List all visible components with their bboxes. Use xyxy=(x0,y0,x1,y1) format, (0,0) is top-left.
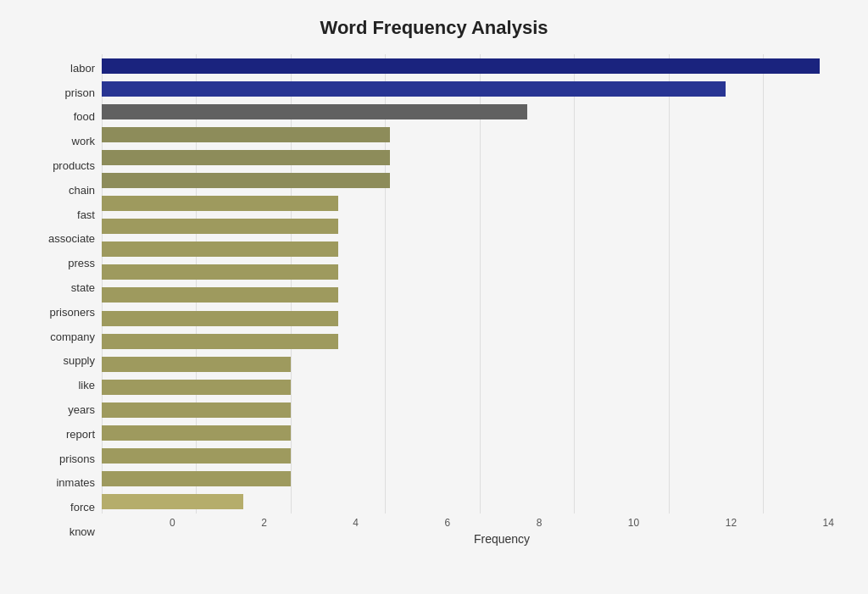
x-tick: 2 xyxy=(261,517,267,529)
bar-row xyxy=(102,491,834,514)
bar-prisoners xyxy=(102,287,338,303)
bars-area xyxy=(102,54,834,514)
bar-press xyxy=(102,241,338,257)
y-label-company: company xyxy=(50,326,95,347)
bar-prisons xyxy=(102,425,291,441)
chart-title: Word Frequency Analysis xyxy=(34,17,834,39)
chart-area: laborprisonfoodworkproductschainfastasso… xyxy=(34,54,834,546)
y-label-know: know xyxy=(70,521,95,542)
y-label-associate: associate xyxy=(48,228,95,249)
grid-line xyxy=(196,54,197,514)
x-tick: 10 xyxy=(628,517,639,529)
bar-row xyxy=(102,261,834,284)
bar-associate xyxy=(102,219,338,234)
x-axis-area: 02468101214 Frequency xyxy=(170,514,834,546)
bar-row xyxy=(102,307,834,330)
x-ticks: 02468101214 xyxy=(170,514,834,529)
bar-row xyxy=(102,192,834,215)
chart-container: Word Frequency Analysis laborprisonfoodw… xyxy=(0,0,868,594)
x-tick: 4 xyxy=(353,517,359,529)
y-label-like: like xyxy=(78,375,95,396)
x-tick: 14 xyxy=(823,517,834,529)
bar-know xyxy=(102,494,243,509)
x-tick: 12 xyxy=(726,517,737,529)
y-label-chain: chain xyxy=(69,180,95,201)
bar-chain xyxy=(102,173,390,188)
bar-row xyxy=(102,445,834,468)
bar-force xyxy=(102,471,291,486)
y-label-press: press xyxy=(68,253,95,274)
y-label-prison: prison xyxy=(65,82,95,103)
x-tick: 6 xyxy=(445,517,451,529)
bar-products xyxy=(102,150,390,165)
y-label-prisoners: prisoners xyxy=(50,302,95,323)
grid-line xyxy=(763,54,764,514)
y-label-report: report xyxy=(66,424,95,445)
bar-row xyxy=(102,375,834,398)
x-tick: 0 xyxy=(170,517,175,529)
bar-row xyxy=(102,284,834,307)
y-label-inmates: inmates xyxy=(56,472,95,493)
bar-labor xyxy=(102,58,820,74)
bar-years xyxy=(102,380,291,395)
bar-row xyxy=(102,54,834,77)
bar-like xyxy=(102,357,291,372)
bar-state xyxy=(102,264,338,280)
grid-line xyxy=(669,54,670,514)
bar-row xyxy=(102,422,834,445)
bar-row xyxy=(102,169,834,192)
bar-fast xyxy=(102,196,338,211)
y-label-supply: supply xyxy=(63,350,95,371)
bar-row xyxy=(102,398,834,421)
y-label-years: years xyxy=(68,399,95,420)
y-label-prisons: prisons xyxy=(59,448,95,469)
bar-row xyxy=(102,123,834,146)
grid-line xyxy=(574,54,575,514)
bar-row xyxy=(102,100,834,123)
y-axis: laborprisonfoodworkproductschainfastasso… xyxy=(34,54,102,546)
bar-row xyxy=(102,353,834,375)
bar-prison xyxy=(102,81,726,97)
bar-row xyxy=(102,77,834,100)
bar-row xyxy=(102,238,834,261)
bar-row xyxy=(102,468,834,491)
y-label-force: force xyxy=(70,497,95,518)
bar-inmates xyxy=(102,448,291,464)
grid-line xyxy=(480,54,481,514)
y-label-food: food xyxy=(74,106,95,127)
x-axis-label: Frequency xyxy=(170,532,834,546)
grid-line xyxy=(102,54,103,514)
y-label-work: work xyxy=(72,130,95,152)
bar-row xyxy=(102,146,834,169)
x-tick: 8 xyxy=(537,517,542,529)
bar-report xyxy=(102,402,291,418)
bar-row xyxy=(102,330,834,353)
bar-supply xyxy=(102,334,338,349)
bar-work xyxy=(102,127,390,142)
y-label-state: state xyxy=(71,277,95,298)
bar-food xyxy=(102,104,527,119)
bar-row xyxy=(102,215,834,238)
bar-company xyxy=(102,311,338,326)
y-label-labor: labor xyxy=(70,58,95,79)
grid-line xyxy=(385,54,386,514)
y-label-products: products xyxy=(53,155,95,176)
grid-line xyxy=(291,54,292,514)
y-label-fast: fast xyxy=(77,204,95,225)
